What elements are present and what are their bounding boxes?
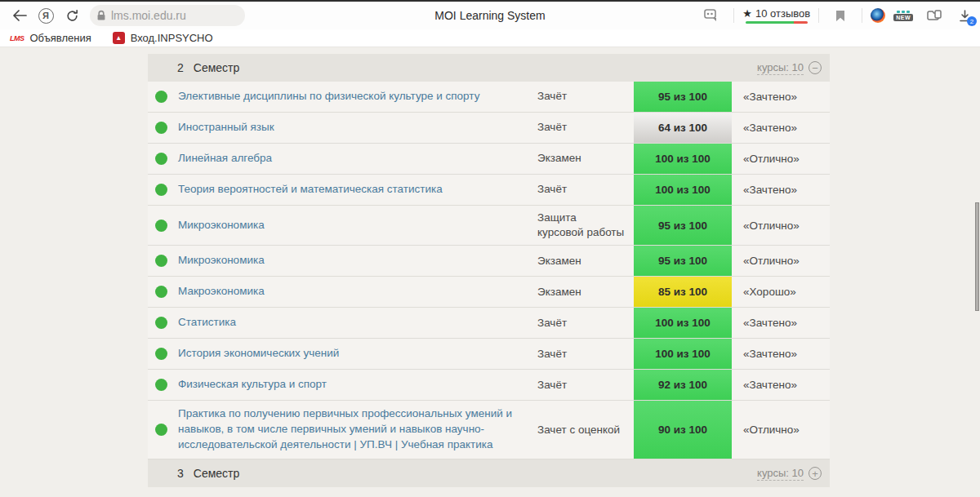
course-row: Статистика Зачёт 100 из 100 «Зачтено» bbox=[148, 308, 830, 339]
course-row: Практика по получению первичных професси… bbox=[148, 401, 830, 459]
toolbar-divider bbox=[862, 8, 862, 23]
refresh-button[interactable] bbox=[61, 5, 82, 26]
course-grade: «Отлично» bbox=[732, 153, 830, 165]
course-assessment-type: Зачёт bbox=[537, 311, 634, 335]
extension-browser-icon[interactable] bbox=[871, 8, 885, 23]
status-dot-cell bbox=[148, 82, 178, 112]
course-grade: «Отлично» bbox=[732, 255, 830, 267]
reviews-button[interactable]: ★ 10 отзывов bbox=[742, 7, 810, 24]
score-badge-cell: 95 из 100 bbox=[634, 206, 732, 245]
course-row: Микроэкономика Экзамен 95 из 100 «Отличн… bbox=[148, 246, 830, 277]
course-name-link[interactable]: Статистика bbox=[178, 309, 537, 336]
vertical-scrollbar-thumb[interactable] bbox=[975, 202, 979, 311]
address-bar[interactable]: lms.moi.edu.ru bbox=[90, 5, 245, 26]
semester-3-header: 3 Семестр курсы: 10 + bbox=[148, 459, 830, 487]
lock-icon bbox=[96, 10, 106, 21]
yandex-logo-button[interactable]: Я bbox=[35, 5, 56, 26]
course-assessment-type: Зачёт bbox=[537, 177, 634, 202]
course-name-link[interactable]: Микроэкономика bbox=[178, 212, 537, 239]
grades-table: 2 Семестр курсы: 10 − Элективные дисципл… bbox=[148, 54, 830, 487]
rating-bar bbox=[746, 21, 808, 24]
status-dot-icon bbox=[155, 286, 167, 298]
course-assessment-type: Экзамен bbox=[537, 280, 634, 304]
course-name-link[interactable]: Теория вероятностей и математическая ста… bbox=[178, 176, 537, 203]
course-name-link[interactable]: Иностранный язык bbox=[178, 114, 537, 141]
course-grade: «Отлично» bbox=[732, 220, 830, 232]
course-score-badge: 95 из 100 bbox=[634, 206, 732, 245]
status-dot-cell bbox=[148, 175, 178, 205]
status-dot-icon bbox=[155, 91, 167, 103]
course-row: Иностранный язык Зачёт 64 из 100 «Зачтен… bbox=[148, 113, 830, 144]
course-grade: «Зачтено» bbox=[732, 379, 830, 391]
status-dot-icon bbox=[155, 255, 167, 267]
url-text: lms.moi.edu.ru bbox=[111, 9, 186, 22]
course-grade: «Хорошо» bbox=[732, 286, 830, 298]
course-name-link[interactable]: История экономических учений bbox=[178, 340, 537, 367]
new-icon-dashes bbox=[897, 11, 910, 13]
page-content: 2 Семестр курсы: 10 − Элективные дисципл… bbox=[0, 47, 980, 497]
course-grade: «Зачтено» bbox=[732, 184, 830, 196]
status-dot-icon bbox=[155, 424, 167, 436]
toolbar-divider bbox=[733, 8, 734, 23]
collections-icon[interactable] bbox=[924, 5, 945, 26]
score-badge-cell: 92 из 100 bbox=[634, 370, 732, 400]
collapse-semester-icon[interactable]: − bbox=[808, 61, 822, 74]
score-badge-cell: 100 из 100 bbox=[634, 144, 732, 174]
course-grade: «Зачтено» bbox=[732, 348, 830, 360]
course-name-link[interactable]: Физическая культура и спорт bbox=[178, 371, 537, 398]
bookmark-item-inpsycho[interactable]: ▲ Вход.INPSYCHO bbox=[113, 32, 213, 44]
back-button[interactable] bbox=[9, 5, 30, 26]
course-score-badge: 85 из 100 bbox=[634, 277, 732, 307]
bookmark-icon[interactable] bbox=[830, 5, 851, 26]
course-assessment-type: Экзамен bbox=[537, 146, 634, 171]
course-assessment-type: Зачёт bbox=[537, 373, 634, 397]
course-assessment-type: Зачёт bbox=[537, 342, 634, 366]
downloads-button[interactable]: 2 bbox=[956, 7, 973, 24]
bookmark-label: Вход.INPSYCHO bbox=[131, 32, 213, 44]
screenshot-new-extension-icon[interactable]: NEW bbox=[893, 11, 913, 21]
lms-favicon: LMS bbox=[10, 34, 24, 42]
course-name-link[interactable]: Практика по получению первичных професси… bbox=[178, 401, 537, 459]
status-dot-cell bbox=[148, 308, 178, 338]
course-name-link[interactable]: Микроэкономика bbox=[178, 247, 537, 274]
course-score-badge: 92 из 100 bbox=[634, 370, 732, 400]
courses-count-link[interactable]: курсы: 10 bbox=[757, 467, 804, 481]
expand-semester-icon[interactable]: + bbox=[808, 467, 822, 480]
semester-2-header: 2 Семестр курсы: 10 − bbox=[148, 54, 830, 82]
course-row: Макроэкономика Экзамен 85 из 100 «Хорошо… bbox=[148, 277, 830, 308]
score-badge-cell: 64 из 100 bbox=[634, 113, 732, 143]
semester-number: 3 bbox=[177, 467, 184, 480]
course-score-badge: 90 из 100 bbox=[634, 401, 732, 459]
course-score-badge: 100 из 100 bbox=[634, 308, 732, 338]
course-row: Физическая культура и спорт Зачёт 92 из … bbox=[148, 370, 830, 401]
course-assessment-type: Зачет с оценкой bbox=[537, 418, 634, 442]
course-row: История экономических учений Зачёт 100 и… bbox=[148, 339, 830, 370]
status-dot-cell bbox=[148, 401, 178, 459]
course-assessment-type: Защита курсовой работы bbox=[537, 206, 634, 245]
semester-number: 2 bbox=[177, 61, 184, 74]
status-dot-cell bbox=[148, 144, 178, 174]
course-name-link[interactable]: Макроэкономика bbox=[178, 278, 537, 305]
site-info-icon[interactable] bbox=[702, 5, 723, 26]
status-dot-icon bbox=[155, 220, 167, 232]
status-dot-cell bbox=[148, 206, 178, 245]
new-badge: NEW bbox=[893, 14, 913, 21]
course-score-badge: 95 из 100 bbox=[634, 246, 732, 276]
course-score-badge: 64 из 100 bbox=[634, 113, 732, 143]
bookmark-item-lms[interactable]: LMS Объявления bbox=[10, 32, 91, 44]
status-dot-cell bbox=[148, 113, 178, 143]
star-icon: ★ bbox=[742, 7, 752, 20]
courses-count-link[interactable]: курсы: 10 bbox=[757, 61, 804, 75]
course-row: Теория вероятностей и математическая ста… bbox=[148, 175, 830, 206]
course-name-link[interactable]: Линейная алгебра bbox=[178, 145, 537, 172]
reviews-label: 10 отзывов bbox=[755, 7, 810, 20]
course-score-badge: 100 из 100 bbox=[634, 175, 732, 205]
course-assessment-type: Экзамен bbox=[537, 249, 634, 273]
yandex-logo-icon: Я bbox=[38, 8, 54, 24]
score-badge-cell: 95 из 100 bbox=[634, 82, 732, 112]
score-badge-cell: 100 из 100 bbox=[634, 339, 732, 369]
course-grade: «Зачтено» bbox=[732, 122, 830, 134]
status-dot-cell bbox=[148, 339, 178, 369]
course-name-link[interactable]: Элективные дисциплины по физической куль… bbox=[178, 83, 537, 110]
status-dot-icon bbox=[155, 317, 167, 329]
